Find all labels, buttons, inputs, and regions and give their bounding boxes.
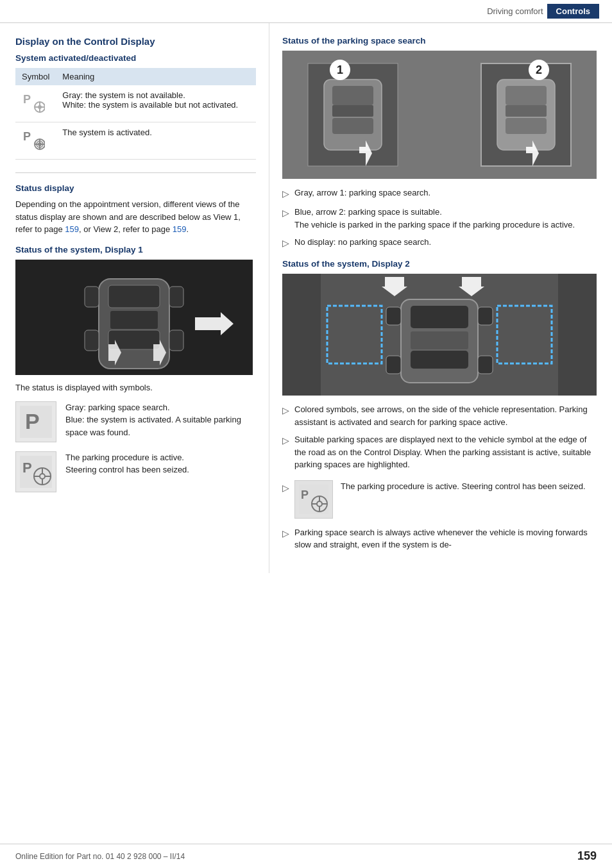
footer-text: Online Edition for Part no. 01 40 2 928 … (15, 852, 185, 861)
gray-p-text: Gray: parking space search. Blue: the sy… (65, 401, 256, 439)
gray-p-row: P Gray: parking space search. Blue: the … (15, 401, 256, 442)
svg-rect-59 (386, 356, 401, 374)
svg-rect-57 (386, 307, 401, 325)
display2-icon-text: The parking procedure is active. Steerin… (341, 480, 586, 493)
table-meaning-1: Gray: the system is not available. White… (56, 85, 256, 122)
svg-rect-55 (411, 351, 468, 369)
svg-rect-38 (332, 86, 373, 105)
bullet-text-2: Blue, arrow 2: parking space is suitable… (294, 206, 599, 231)
bullet-text-1: Gray, arrow 1: parking space search. (294, 187, 599, 199)
link-159-1[interactable]: 159 (65, 224, 79, 234)
steering-p-text: The parking procedure is active. Steerin… (65, 451, 189, 476)
bullet-item-2: ▷ Blue, arrow 2: parking space is suitab… (282, 206, 599, 231)
table-col1: Symbol (15, 68, 56, 85)
svg-rect-56 (411, 331, 468, 349)
steering-p-small-icon-box: P (294, 480, 333, 519)
svg-text:P: P (23, 93, 31, 106)
last-bullet-list: ▷ Parking space search is always active … (282, 526, 599, 551)
svg-rect-54 (411, 306, 468, 328)
svg-text:1: 1 (337, 63, 343, 76)
svg-rect-19 (169, 330, 183, 351)
symbol-cell-2: P (15, 122, 56, 160)
status-caption: The status is displayed with symbols. (15, 383, 256, 392)
subsection-status-title: Status display (15, 183, 256, 193)
main-content: Display on the Control Display System ac… (0, 23, 612, 573)
bullet-arrow-icon: ▷ (282, 483, 289, 493)
page-footer: Online Edition for Part no. 01 40 2 928 … (0, 844, 612, 868)
left-column: Display on the Control Display System ac… (0, 23, 269, 573)
svg-text:P: P (301, 488, 309, 501)
symbol-table: Symbol Meaning P (15, 68, 256, 160)
svg-text:P: P (23, 130, 31, 143)
svg-rect-40 (332, 105, 373, 117)
display2-bullet-text-1: Colored symbols, see arrows, on the side… (294, 403, 599, 428)
parking-search-bullets: ▷ Gray, arrow 1: parking space search. ▷… (282, 187, 599, 250)
display2-bullet-text-2: Suitable parking spaces are displayed ne… (294, 433, 599, 471)
svg-rect-60 (478, 356, 493, 374)
gray-p-large-icon: P (20, 406, 52, 438)
section-divider (15, 172, 256, 173)
bullet-arrow-icon: ▷ (282, 237, 289, 250)
bullet-text-3: No display: no parking space search. (294, 236, 599, 249)
page-header: Driving comfort Controls (0, 0, 612, 23)
table-row: P Gray: the system is not available. Whi… (15, 85, 256, 122)
display2-bullet-1: ▷ Colored symbols, see arrows, on the si… (282, 403, 599, 428)
steering-p-icon: P (20, 456, 52, 488)
symbol-cell-1: P (15, 85, 56, 122)
display1-image (15, 260, 253, 375)
svg-rect-17 (169, 287, 183, 307)
display2-bullet-2: ▷ Suitable parking spaces are displayed … (282, 433, 599, 471)
table-row: P The system is activated. (15, 122, 256, 160)
svg-rect-15 (110, 311, 158, 329)
parking-search-svg-icon: 1 2 (282, 51, 597, 179)
svg-rect-43 (506, 118, 547, 134)
link-159-2[interactable]: 159 (173, 224, 187, 234)
bullet-arrow-icon: ▷ (282, 527, 289, 540)
bullet-item-1: ▷ Gray, arrow 1: parking space search. (282, 187, 599, 201)
status-display-para: Depending on the appointment version, di… (15, 198, 256, 236)
header-chapter: Controls (547, 4, 599, 19)
svg-text:P: P (25, 409, 40, 433)
p-symbol-gray-icon: P (22, 90, 45, 113)
svg-rect-13 (108, 285, 160, 308)
svg-rect-44 (506, 105, 547, 117)
steering-p-icon-box: P (15, 451, 56, 492)
display2-icon-row: ▷ P The parking procedure is active. Ste… (282, 480, 599, 519)
display2-image (282, 274, 597, 396)
subsection-display1-title: Status of the system, Display 1 (15, 245, 256, 255)
footer-page-number: 159 (577, 849, 597, 863)
svg-text:P: P (22, 460, 32, 476)
header-section: Driving comfort (487, 6, 543, 16)
steering-p-row: P The parking procedure is active. Steer… (15, 451, 256, 492)
right-column: Status of the parking space search (269, 23, 612, 573)
display2-svg-icon (282, 274, 597, 396)
parking-search-image: 1 2 (282, 51, 597, 179)
svg-rect-39 (332, 118, 373, 134)
display2-bullets: ▷ Colored symbols, see arrows, on the si… (282, 403, 599, 471)
bullet-arrow-icon: ▷ (282, 434, 289, 447)
svg-rect-42 (506, 86, 547, 105)
table-meaning-2: The system is activated. (56, 122, 256, 160)
svg-rect-18 (85, 330, 99, 351)
svg-rect-16 (85, 287, 99, 307)
bullet-arrow-icon: ▷ (282, 187, 289, 201)
display2-title: Status of the system, Display 2 (282, 259, 599, 269)
p-symbol-active-icon: P (22, 128, 45, 151)
table-col2: Meaning (56, 68, 256, 85)
car-top-view-display1-icon (15, 260, 253, 375)
svg-text:2: 2 (536, 63, 542, 76)
bullet-arrow-icon: ▷ (282, 404, 289, 417)
bullet-item-3: ▷ No display: no parking space search. (282, 236, 599, 250)
last-bullet-text: Parking space search is always active wh… (294, 526, 599, 551)
steering-p-small-icon: P (299, 485, 328, 514)
svg-rect-58 (478, 307, 493, 325)
subsection-activated-title: System activated/deactivated (15, 53, 256, 63)
main-title: Display on the Control Display (15, 36, 256, 47)
bullet-arrow-icon: ▷ (282, 206, 289, 220)
gray-p-icon-box: P (15, 401, 56, 442)
parking-search-title: Status of the parking space search (282, 36, 599, 46)
last-bullet-item: ▷ Parking space search is always active … (282, 526, 599, 551)
